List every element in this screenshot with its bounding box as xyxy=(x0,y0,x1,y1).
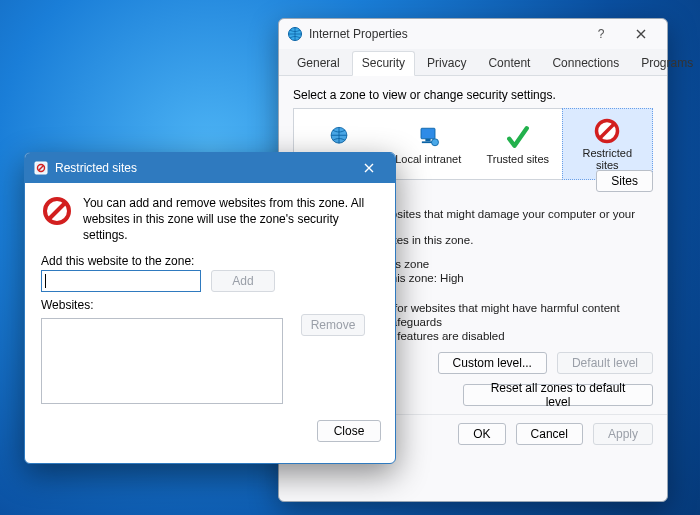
close-button[interactable]: Close xyxy=(317,420,381,442)
tab-general[interactable]: General xyxy=(287,51,350,75)
reset-zones-button[interactable]: Reset all zones to default level xyxy=(463,384,653,406)
zone-label: Trusted sites xyxy=(486,153,549,165)
tab-connections[interactable]: Connections xyxy=(542,51,629,75)
add-button: Add xyxy=(211,270,275,292)
zone-trusted-sites[interactable]: Trusted sites xyxy=(473,109,563,179)
tab-security[interactable]: Security xyxy=(352,51,415,76)
titlebar: Internet Properties ? xyxy=(279,19,667,49)
cancel-button[interactable]: Cancel xyxy=(516,423,583,445)
restricted-icon xyxy=(41,195,73,227)
dialog-title: Restricted sites xyxy=(55,161,349,175)
tab-content[interactable]: Content xyxy=(478,51,540,75)
zone-label: Local intranet xyxy=(395,153,461,165)
dialog-titlebar: Restricted sites xyxy=(25,153,395,183)
tab-privacy[interactable]: Privacy xyxy=(417,51,476,75)
websites-label: Websites: xyxy=(41,298,379,312)
zone-local-intranet[interactable]: Local intranet xyxy=(384,109,474,179)
websites-listbox[interactable] xyxy=(41,318,283,404)
add-website-label: Add this website to the zone: xyxy=(41,254,379,268)
ok-button[interactable]: OK xyxy=(458,423,505,445)
dialog-close-icon[interactable] xyxy=(349,155,389,181)
tab-programs[interactable]: Programs xyxy=(631,51,700,75)
help-button[interactable]: ? xyxy=(581,21,621,47)
remove-button: Remove xyxy=(301,314,365,336)
default-level-button: Default level xyxy=(557,352,653,374)
dialog-intro: You can add and remove websites from thi… xyxy=(41,195,379,244)
restricted-sites-dialog: Restricted sites You can add and remove … xyxy=(24,152,396,464)
close-button[interactable] xyxy=(621,21,661,47)
window-title: Internet Properties xyxy=(309,27,581,41)
dialog-intro-text: You can add and remove websites from thi… xyxy=(83,195,379,244)
globe-icon xyxy=(287,26,303,42)
svg-point-5 xyxy=(432,139,439,146)
sites-button[interactable]: Sites xyxy=(596,170,653,192)
custom-level-button[interactable]: Custom level... xyxy=(438,352,547,374)
shield-icon xyxy=(33,160,49,176)
zone-label: Restricted sites xyxy=(582,147,632,171)
tab-strip: General Security Privacy Content Connect… xyxy=(279,49,667,76)
add-website-input[interactable] xyxy=(41,270,201,292)
svg-rect-2 xyxy=(421,128,435,139)
svg-rect-3 xyxy=(426,139,431,142)
zone-heading: Select a zone to view or change security… xyxy=(293,88,653,102)
apply-button: Apply xyxy=(593,423,653,445)
